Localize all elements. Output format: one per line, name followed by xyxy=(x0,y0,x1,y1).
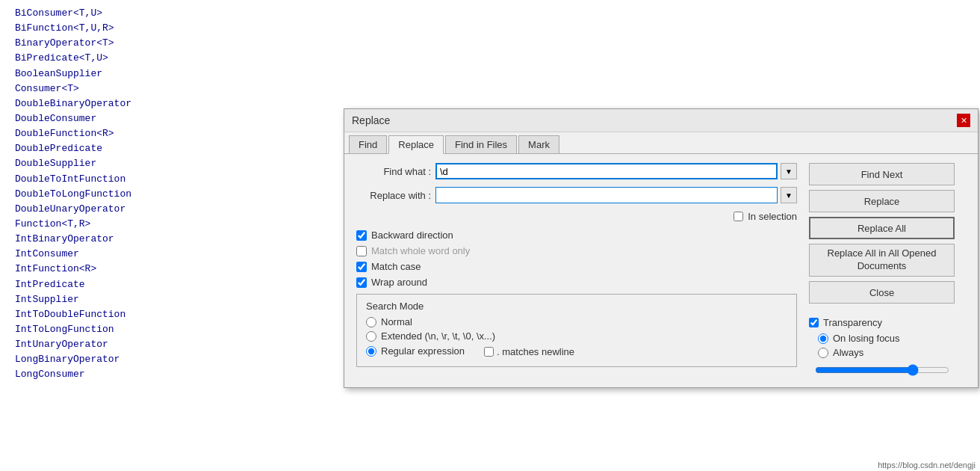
dialog-content: Find what : ▼ Replace with : ▼ In select… xyxy=(344,154,978,387)
find-what-input[interactable] xyxy=(435,163,778,179)
code-line: BiPredicate<T,U> xyxy=(15,51,965,66)
matches-newline-wrap: . matches newline xyxy=(484,346,574,357)
dialog-titlebar: Replace ✕ xyxy=(344,109,978,132)
transparency-label: Transparency xyxy=(823,317,882,328)
url-bar: https://blog.csdn.net/dengji xyxy=(873,459,980,471)
regex-radio-row: Regular expression . matches newline xyxy=(366,345,787,357)
wrap-around-row: Wrap around xyxy=(356,277,797,288)
transparency-slider-row xyxy=(815,364,966,378)
search-mode-group: Search Mode Normal Extended (\n, \r, \t,… xyxy=(356,294,797,367)
find-next-button[interactable]: Find Next xyxy=(809,163,955,185)
replace-all-button[interactable]: Replace All xyxy=(809,217,955,239)
code-line: BiConsumer<T,U> xyxy=(15,6,965,21)
wrap-around-checkbox[interactable] xyxy=(356,277,367,288)
transparency-slider[interactable] xyxy=(815,364,949,376)
find-what-input-wrap: ▼ xyxy=(435,163,797,179)
extended-label: Extended (\n, \r, \t, \0, \x...) xyxy=(381,330,495,342)
transparency-options: On losing focus Always xyxy=(818,333,966,358)
regex-label: Regular expression xyxy=(381,345,465,357)
match-case-row: Match case xyxy=(356,261,797,272)
backward-direction-row: Backward direction xyxy=(356,230,797,241)
transparency-checkbox[interactable] xyxy=(809,318,819,327)
right-panel: Find Next Replace Replace All Replace Al… xyxy=(809,163,966,378)
on-losing-focus-label: On losing focus xyxy=(833,333,900,344)
match-whole-word-row: Match whole word only xyxy=(356,245,797,256)
replace-with-input[interactable] xyxy=(435,187,778,203)
find-what-label: Find what : xyxy=(356,166,431,177)
regex-radio[interactable] xyxy=(366,346,376,357)
match-case-checkbox[interactable] xyxy=(356,262,367,272)
replace-button[interactable]: Replace xyxy=(809,190,955,212)
always-label: Always xyxy=(833,347,863,358)
transparency-header: Transparency xyxy=(809,317,966,328)
normal-radio[interactable] xyxy=(366,317,376,327)
in-selection-label: In selection xyxy=(748,211,797,222)
match-whole-word-checkbox[interactable] xyxy=(356,246,367,256)
normal-radio-row: Normal xyxy=(366,316,787,327)
normal-label: Normal xyxy=(381,316,412,327)
always-radio[interactable] xyxy=(818,348,828,358)
replace-all-opened-button[interactable]: Replace All in All Opened Documents xyxy=(809,244,955,277)
tab-mark[interactable]: Mark xyxy=(518,135,559,153)
tab-find[interactable]: Find xyxy=(349,135,387,153)
replace-with-dropdown[interactable]: ▼ xyxy=(781,187,797,203)
code-line: BinaryOperator<T> xyxy=(15,36,965,51)
find-what-dropdown[interactable]: ▼ xyxy=(781,163,797,179)
replace-with-row: Replace with : ▼ xyxy=(356,187,797,203)
search-mode-legend: Search Mode xyxy=(366,301,787,312)
dialog-close-button[interactable]: ✕ xyxy=(957,114,970,127)
on-losing-focus-row: On losing focus xyxy=(818,333,966,344)
wrap-around-label: Wrap around xyxy=(371,277,427,288)
find-what-row: Find what : ▼ xyxy=(356,163,797,179)
tab-find-in-files[interactable]: Find in Files xyxy=(445,135,517,153)
replace-with-input-wrap: ▼ xyxy=(435,187,797,203)
code-line: BooleanSupplier xyxy=(15,67,965,81)
dialog-title: Replace xyxy=(352,114,390,126)
always-row: Always xyxy=(818,347,966,358)
code-line: BiFunction<T,U,R> xyxy=(15,21,965,36)
extended-radio-row: Extended (\n, \r, \t, \0, \x...) xyxy=(366,330,787,342)
backward-direction-label: Backward direction xyxy=(371,230,453,241)
extended-radio[interactable] xyxy=(366,331,376,342)
close-button[interactable]: Close xyxy=(809,281,955,304)
backward-direction-checkbox[interactable] xyxy=(356,230,367,241)
replace-with-label: Replace with : xyxy=(356,190,431,201)
transparency-section: Transparency On losing focus Always xyxy=(809,317,966,378)
matches-newline-label: . matches newline xyxy=(497,346,574,357)
code-line: Consumer<T> xyxy=(15,81,965,96)
in-selection-row: In selection xyxy=(356,211,797,222)
matches-newline-checkbox[interactable] xyxy=(484,347,494,357)
dialog-tabs: Find Replace Find in Files Mark xyxy=(344,132,978,154)
replace-dialog: Replace ✕ Find Replace Find in Files Mar… xyxy=(344,108,979,388)
match-whole-word-label: Match whole word only xyxy=(371,245,470,256)
left-panel: Find what : ▼ Replace with : ▼ In select… xyxy=(356,163,797,378)
on-losing-focus-radio[interactable] xyxy=(818,333,828,344)
in-selection-checkbox[interactable] xyxy=(734,212,743,221)
tab-replace[interactable]: Replace xyxy=(388,135,444,154)
match-case-label: Match case xyxy=(371,261,421,272)
